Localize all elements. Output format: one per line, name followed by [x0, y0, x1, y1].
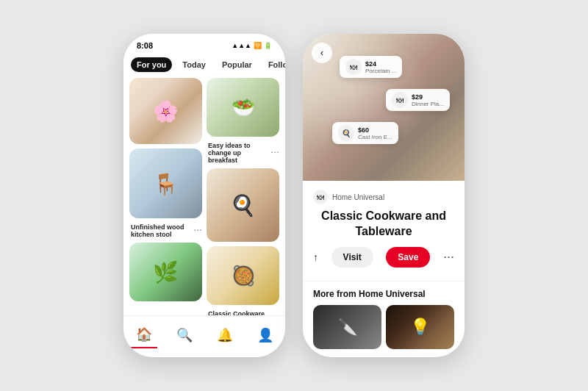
pin-food-wrapper: Easy ideas to change up breakfast ··· [207, 78, 279, 164]
battery-icon: 🔋 [264, 42, 272, 49]
more-section: More from Home Universal [303, 281, 465, 355]
product-tag-2[interactable]: 🍽 $29 Dinner Pla... [386, 89, 450, 111]
tag2-info: $29 Dinner Pla... [412, 93, 444, 107]
phones-container: 8:08 ▲▲▲ 🛜 🔋 For you Today Popular Follo… [123, 34, 465, 357]
more-thumb-knives[interactable] [313, 305, 381, 349]
pin-flowers[interactable] [129, 78, 202, 144]
pin-food[interactable] [207, 78, 279, 137]
pin-grid: Unfinished wood kitchen stool ··· Easy i… [123, 75, 285, 325]
nav-search[interactable]: 🔍 [171, 322, 198, 348]
tag1-info: $24 Porcelain ... [365, 60, 396, 74]
wifi-icon: 🛜 [254, 42, 262, 49]
tab-today[interactable]: Today [176, 57, 212, 72]
pin-stool-wrapper: Unfinished wood kitchen stool ··· [129, 148, 202, 238]
detail-actions: ↑ Visit Save ··· [313, 247, 454, 268]
pin-cookware-wrapper: Classic Cookware and Tableware ··· [207, 246, 279, 325]
detail-image: ‹ 🍽 $24 Porcelain ... 🍽 $29 Dinner Pla..… [303, 34, 465, 181]
tag1-name: Porcelain ... [365, 68, 396, 74]
source-icon: 🍽 [313, 190, 328, 204]
pin-col-2: Easy ideas to change up breakfast ··· Cl… [207, 78, 279, 322]
pin-stool[interactable] [129, 148, 202, 218]
product-tag-3[interactable]: 🍳 $60 Cast Iron E... [332, 122, 398, 144]
tab-popular[interactable]: Popular [216, 57, 258, 72]
pin-food-menu[interactable]: ··· [270, 146, 279, 157]
nav-tabs: For you Today Popular Following Re… [123, 53, 285, 75]
more-section-title: More from Home Universal [313, 289, 454, 299]
tag2-name: Dinner Pla... [412, 101, 444, 107]
pin-stool-menu[interactable]: ··· [193, 223, 202, 235]
more-button[interactable]: ··· [443, 249, 454, 265]
back-button[interactable]: ‹ [312, 43, 332, 63]
nav-notifications[interactable]: 🔔 [212, 322, 238, 348]
bottom-nav: 🏠 🔍 🔔 👤 [123, 315, 285, 357]
tag2-icon: 🍽 [392, 92, 408, 108]
back-icon: ‹ [320, 48, 323, 58]
tag3-icon: 🍳 [338, 125, 354, 141]
tag2-price: $29 [412, 93, 444, 101]
pin-plant[interactable] [129, 243, 202, 301]
tag1-price: $24 [365, 60, 396, 68]
detail-source: 🍽 Home Universal [313, 190, 454, 204]
right-phone: ‹ 🍽 $24 Porcelain ... 🍽 $29 Dinner Pla..… [303, 34, 465, 357]
nav-profile[interactable]: 👤 [252, 322, 279, 348]
more-thumb-lights[interactable] [386, 305, 454, 349]
tab-for-you[interactable]: For you [131, 57, 172, 72]
nav-home[interactable]: 🏠 [131, 322, 157, 348]
status-time: 8:08 [137, 41, 153, 50]
visit-button[interactable]: Visit [331, 247, 373, 268]
more-grid [313, 305, 454, 349]
product-tag-1[interactable]: 🍽 $24 Porcelain ... [340, 56, 402, 78]
source-name: Home Universal [332, 193, 384, 201]
detail-title: Classic Cookware and Tableware [313, 209, 454, 240]
detail-info: 🍽 Home Universal Classic Cookware and Ta… [303, 181, 465, 281]
tag3-info: $60 Cast Iron E... [358, 126, 392, 140]
status-icons: ▲▲▲ 🛜 🔋 [232, 42, 272, 49]
pin-cookware[interactable] [207, 246, 279, 305]
tag3-name: Cast Iron E... [358, 134, 392, 140]
pin-food-label: Easy ideas to change up breakfast [207, 139, 270, 164]
tab-following[interactable]: Following [262, 57, 285, 72]
pin-stool-text-row: Unfinished wood kitchen stool ··· [129, 218, 202, 238]
tag1-icon: 🍽 [345, 59, 362, 75]
pin-food-text-row: Easy ideas to change up breakfast ··· [207, 137, 279, 164]
pin-kitchen-wrapper [207, 168, 279, 242]
left-phone: 8:08 ▲▲▲ 🛜 🔋 For you Today Popular Follo… [123, 34, 285, 357]
share-button[interactable]: ↑ [313, 251, 318, 263]
pin-stool-label: Unfinished wood kitchen stool [129, 220, 193, 238]
pin-col-1: Unfinished wood kitchen stool ··· [129, 78, 202, 322]
pin-flowers-wrapper [129, 78, 202, 144]
pin-kitchen[interactable] [207, 168, 279, 242]
status-bar-left: 8:08 ▲▲▲ 🛜 🔋 [123, 34, 285, 53]
tag3-price: $60 [358, 126, 392, 134]
signal-icon: ▲▲▲ [232, 42, 251, 49]
save-button[interactable]: Save [386, 247, 430, 268]
